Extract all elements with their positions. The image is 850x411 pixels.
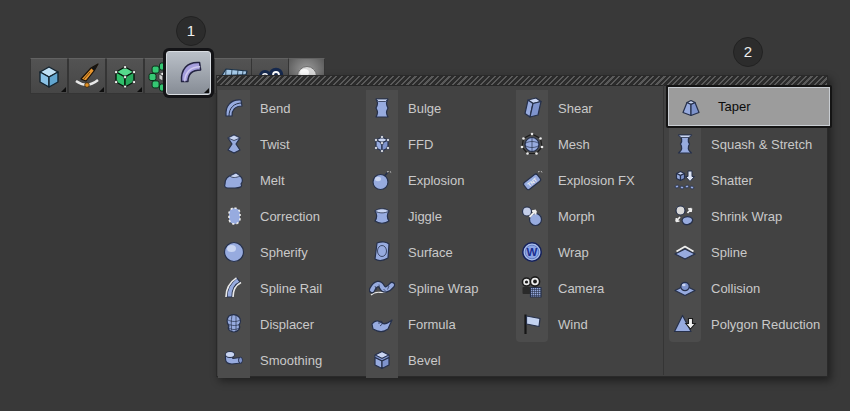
camera-icon (516, 275, 548, 301)
bevel-icon (366, 347, 398, 373)
wrap-icon: W (516, 239, 548, 265)
squash-stretch-icon (669, 131, 701, 157)
menu-item-bend[interactable]: Bend (218, 90, 364, 126)
menu-item-spline-wrap[interactable]: Spline Wrap (366, 270, 514, 306)
menu-item-morph[interactable]: Morph (516, 198, 661, 234)
palette-column-2: Bulge FFD (366, 90, 514, 378)
menu-item-spline-rail[interactable]: Spline Rail (218, 270, 364, 306)
menu-item-explosion-fx[interactable]: TNT Explosion FX (516, 162, 661, 198)
spline-wrap-icon (366, 275, 398, 301)
menu-item-label: Camera (558, 281, 604, 296)
menu-item-label: Wrap (558, 245, 589, 260)
menu-item-label: Surface (408, 245, 453, 260)
toolbar-button-editable-cube[interactable] (106, 58, 144, 94)
menu-item-displacer[interactable]: Displacer (218, 306, 364, 342)
toolbar-button-cube[interactable] (30, 58, 68, 94)
menu-item-label: Jiggle (408, 209, 442, 224)
menu-item-label: Melt (260, 173, 285, 188)
menu-item-label: Shatter (711, 173, 753, 188)
toolbar-button-deformer-selected[interactable] (163, 48, 214, 98)
menu-item-label: Explosion FX (558, 173, 635, 188)
shear-icon (516, 95, 548, 121)
menu-item-melt[interactable]: Melt (218, 162, 364, 198)
menu-item-label: Spherify (260, 245, 308, 260)
submenu-corner-icon (204, 88, 209, 93)
menu-item-mesh[interactable]: Mesh (516, 126, 661, 162)
menu-item-label: Formula (408, 317, 456, 332)
submenu-corner-icon (99, 87, 104, 92)
menu-item-label: Shrink Wrap (711, 209, 782, 224)
mesh-icon (516, 131, 548, 157)
spline-icon (669, 239, 701, 265)
bend-icon (218, 95, 250, 121)
app-canvas: 1 2 Bend Twist (0, 0, 850, 411)
menu-item-taper-selected[interactable]: Taper (666, 85, 832, 128)
menu-item-label: Explosion (408, 173, 464, 188)
shrink-wrap-icon (669, 203, 701, 229)
explosion-icon (366, 167, 398, 193)
smoothing-icon (218, 347, 250, 373)
menu-item-label: Spline (711, 245, 747, 260)
displacer-icon (218, 311, 250, 337)
palette-column-1: Bend Twist Melt Co (218, 90, 364, 378)
melt-icon (218, 167, 250, 193)
menu-item-label: Spline Rail (260, 281, 322, 296)
menu-item-correction[interactable]: Correction (218, 198, 364, 234)
menu-item-shatter[interactable]: Shatter (669, 162, 827, 198)
menu-item-collision[interactable]: Collision (669, 270, 827, 306)
menu-item-surface[interactable]: Surface (366, 234, 514, 270)
wind-icon (516, 311, 548, 337)
menu-item-formula[interactable]: Formula (366, 306, 514, 342)
menu-item-smoothing[interactable]: Smoothing (218, 342, 364, 378)
menu-item-label: Displacer (260, 317, 314, 332)
menu-item-label: Shear (558, 101, 593, 116)
explosion-fx-icon: TNT (516, 167, 548, 193)
submenu-corner-icon (137, 87, 142, 92)
polygon-reduction-icon (669, 311, 701, 337)
deformer-button-face (166, 51, 211, 95)
menu-item-twist[interactable]: Twist (218, 126, 364, 162)
menu-item-wind[interactable]: Wind (516, 306, 661, 342)
menu-item-shrink-wrap[interactable]: Shrink Wrap (669, 198, 827, 234)
menu-item-shear[interactable]: Shear (516, 90, 661, 126)
morph-icon (516, 203, 548, 229)
menu-item-label: Bevel (408, 353, 441, 368)
deformer-palette: Bend Twist Melt Co (216, 75, 828, 377)
jiggle-icon (366, 203, 398, 229)
step-badge-2: 2 (733, 37, 763, 67)
shatter-icon (669, 167, 701, 193)
palette-column-3: Shear Mesh T (516, 90, 661, 342)
menu-item-spline[interactable]: Spline (669, 234, 827, 270)
menu-item-bevel[interactable]: Bevel (366, 342, 514, 378)
svg-text:W: W (527, 246, 538, 258)
menu-item-polygon-reduction[interactable]: Polygon Reduction (669, 306, 827, 342)
menu-item-wrap[interactable]: W Wrap (516, 234, 661, 270)
bulge-icon (366, 95, 398, 121)
submenu-corner-icon (61, 87, 66, 92)
spherify-icon (218, 239, 250, 265)
step-badge-1: 1 (176, 16, 206, 46)
spline-rail-icon (218, 275, 250, 301)
menu-item-label: Morph (558, 209, 595, 224)
twist-icon (218, 131, 250, 157)
menu-item-label: Collision (711, 281, 760, 296)
column-divider (663, 85, 664, 375)
menu-item-squash-stretch[interactable]: Squash & Stretch (669, 126, 827, 162)
menu-item-label: Spline Wrap (408, 281, 479, 296)
menu-item-bulge[interactable]: Bulge (366, 90, 514, 126)
taper-icon (678, 94, 704, 120)
menu-item-label: Polygon Reduction (711, 317, 820, 332)
menu-item-label: Squash & Stretch (711, 137, 812, 152)
menu-item-spherify[interactable]: Spherify (218, 234, 364, 270)
menu-item-label: Bulge (408, 101, 441, 116)
menu-item-ffd[interactable]: FFD (366, 126, 514, 162)
menu-item-explosion[interactable]: Explosion (366, 162, 514, 198)
menu-item-jiggle[interactable]: Jiggle (366, 198, 514, 234)
formula-icon (366, 311, 398, 337)
menu-item-camera[interactable]: Camera (516, 270, 661, 306)
ffd-icon (366, 131, 398, 157)
toolbar-button-pen[interactable] (68, 58, 106, 94)
deformer-icon (171, 54, 207, 92)
menu-item-label: Smoothing (260, 353, 322, 368)
menu-item-label: Taper (718, 99, 751, 114)
